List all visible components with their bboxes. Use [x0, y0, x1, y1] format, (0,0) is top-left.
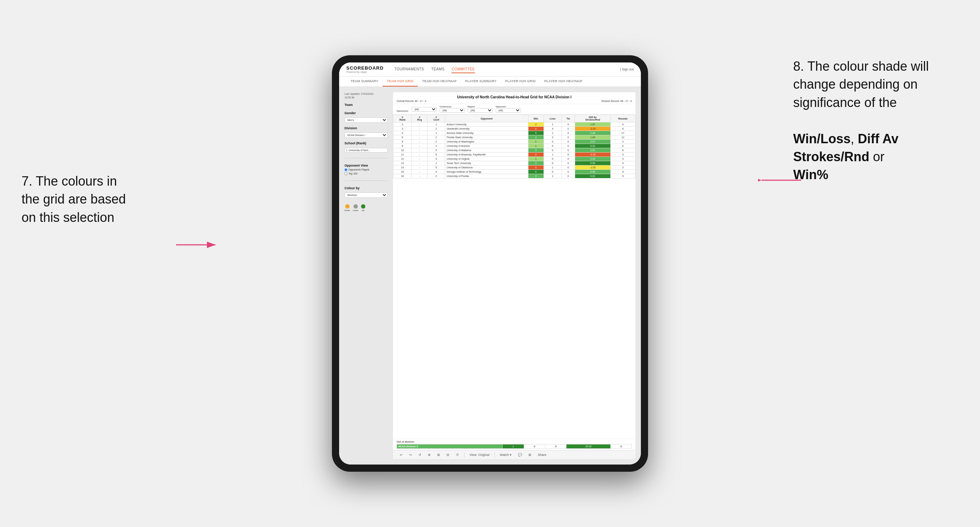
toolbar-clock[interactable]: ⏱: [455, 452, 461, 457]
nav-teams[interactable]: TEAMS: [431, 66, 444, 73]
cell-loss: 0: [544, 140, 562, 144]
grid-title-area: University of North Carolina Head-to-Hea…: [393, 92, 635, 104]
toolbar-dash[interactable]: ⊟: [445, 452, 451, 457]
cell-diff: -4.33: [575, 152, 610, 157]
annotation-right: 8. The colour shade will change dependin…: [793, 57, 958, 184]
right-panel: University of North Carolina Head-to-Hea…: [393, 92, 635, 459]
cell-tie: 0: [562, 144, 575, 148]
opponent-view-section: Opponent View Opponents Played Top 100: [345, 164, 388, 175]
sub-nav-player-h2h-grid[interactable]: PLAYER H2H GRID: [501, 76, 540, 87]
cell-win: 5: [528, 170, 544, 174]
cell-opponent: Texas Tech University: [445, 161, 528, 165]
toolbar-undo[interactable]: ↩: [398, 452, 404, 457]
division-select[interactable]: NCAA Division I: [345, 132, 388, 138]
out-of-div-loss: 0: [524, 444, 545, 449]
main-content: Last Updated: 27/03/2024 16:55:38 Team G…: [339, 87, 641, 465]
toolbar-separator: [464, 452, 465, 457]
cell-rounds: 3: [610, 152, 635, 157]
toolbar-redo[interactable]: ↪: [408, 452, 414, 457]
cell-win: 0: [528, 165, 544, 170]
legend-down-label: Down: [345, 209, 350, 211]
table-row: 15 - 4 Georgia Institute of Technology 5…: [393, 170, 635, 174]
cell-loss: 1: [544, 122, 562, 127]
last-updated: Last Updated: 27/03/2024 16:55:38: [345, 92, 388, 100]
opponents-filter-select[interactable]: (All): [412, 107, 437, 112]
cell-tie: 0: [562, 174, 575, 178]
cell-tie: 0: [562, 170, 575, 174]
colour-by-label: Colour by: [345, 186, 388, 190]
cell-diff: 5.56: [575, 161, 610, 165]
team-label: Team: [345, 103, 388, 106]
sub-nav-team-h2h-grid[interactable]: TEAM H2H GRID: [383, 76, 418, 87]
sign-out-link[interactable]: | Sign out: [620, 67, 634, 71]
cell-tie: 0: [562, 122, 575, 127]
col-win: Win: [528, 115, 544, 122]
table-row: 8 - 2 University of Washington 1 0 0 3.6…: [393, 140, 635, 144]
nav-tournaments[interactable]: TOURNAMENTS: [395, 66, 424, 73]
table-row: 9 - 1 University of Arizona 1 0 0 9.00 2: [393, 144, 635, 148]
cell-win: 5: [528, 131, 544, 135]
toolbar-forward[interactable]: ⊕: [426, 452, 432, 457]
region-filter-label: Region: [468, 106, 493, 108]
grid-title: University of North Carolina Head-to-Hea…: [396, 95, 632, 99]
nav-committee[interactable]: COMMITTEE: [452, 66, 475, 73]
gender-select[interactable]: Men's: [345, 117, 388, 123]
cell-loss: 0: [544, 170, 562, 174]
cell-opponent: University of Alabama: [445, 148, 528, 152]
toolbar-comment[interactable]: 💬: [517, 452, 523, 457]
region-filter-select[interactable]: (All): [468, 108, 493, 113]
cell-conf: 2: [428, 140, 445, 144]
cell-diff: 2.28: [575, 131, 610, 135]
cell-diff: 2.61: [575, 148, 610, 152]
cell-tie: 0: [562, 135, 575, 140]
cell-loss: 0: [544, 148, 562, 152]
logo-text: SCOREBOARD: [346, 65, 383, 71]
divider-2: [345, 181, 388, 181]
cell-reg: -: [412, 148, 428, 152]
table-row: 3 - 2 Vanderbilt University 0 4 0 -2.29 …: [393, 127, 635, 131]
col-conf: #Conf: [428, 115, 445, 122]
cell-conf: 1: [428, 144, 445, 148]
cell-reg: -: [412, 131, 428, 135]
cell-rounds: 2: [610, 144, 635, 148]
toolbar-copy[interactable]: ⊞: [436, 452, 442, 457]
toolbar-view[interactable]: View: Original: [468, 452, 491, 457]
cell-reg: -: [412, 161, 428, 165]
conference-filter-select[interactable]: (All): [440, 108, 465, 113]
sub-nav-player-summary[interactable]: PLAYER SUMMARY: [461, 76, 501, 87]
table-row: 2 - 1 Auburn University 2 1 0 1.67 9: [393, 122, 635, 127]
cell-opponent: Vanderbilt University: [445, 127, 528, 131]
toolbar-share[interactable]: Share: [536, 452, 548, 457]
cell-rank: 2: [393, 122, 412, 127]
table-row: 11 - 6 University of Arkansas, Fayettevi…: [393, 152, 635, 157]
cell-loss: 1: [544, 152, 562, 157]
cell-loss: 2: [544, 135, 562, 140]
toolbar-grid-icon[interactable]: ⊞: [527, 452, 533, 457]
annotation-bold-winloss: Win/Loss: [793, 132, 851, 146]
school-input[interactable]: [345, 148, 388, 152]
arrow-left-svg: [176, 241, 219, 248]
col-opponent: Opponent: [445, 115, 528, 122]
cell-diff: -1.00: [575, 165, 610, 170]
toolbar-separator-2: [494, 452, 495, 457]
toolbar-back[interactable]: ↺: [417, 452, 423, 457]
cell-rounds: 8: [610, 127, 635, 131]
cell-rounds: 3: [610, 140, 635, 144]
toolbar-watch[interactable]: Watch ▾: [498, 452, 513, 457]
divider-1: [345, 158, 388, 158]
sub-nav-player-h2h-heatmap[interactable]: PLAYER H2H HEATMAP: [540, 76, 587, 87]
opponent-filter-select[interactable]: (All): [496, 108, 521, 113]
radio-top100[interactable]: Top 100: [345, 172, 388, 175]
radio-opponents-played[interactable]: Opponents Played: [345, 168, 388, 171]
legend-up: Up: [361, 204, 365, 211]
cell-win: 3: [528, 148, 544, 152]
arrow-right-svg: [758, 177, 801, 184]
cell-rank: 4: [393, 131, 412, 135]
cell-win: 2: [528, 122, 544, 127]
sub-nav-team-summary[interactable]: TEAM SUMMARY: [346, 76, 383, 87]
cell-rank: 14: [393, 165, 412, 170]
sub-nav-team-h2h-heatmap[interactable]: TEAM H2H HEATMAP: [418, 76, 461, 87]
colour-by-select[interactable]: Win/loss: [345, 192, 388, 198]
cell-conf: 3: [428, 157, 445, 161]
cell-rounds: 9: [610, 170, 635, 174]
